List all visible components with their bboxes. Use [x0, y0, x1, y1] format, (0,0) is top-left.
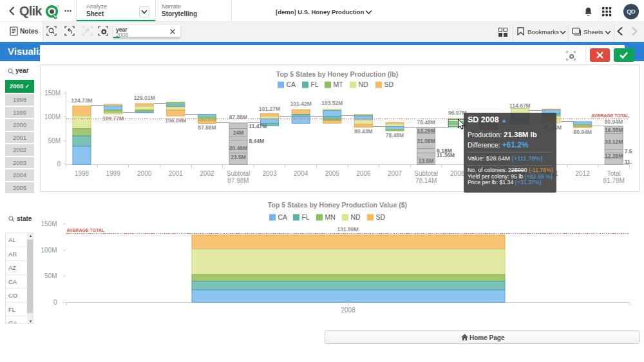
svg-text:13.26M: 13.26M [417, 127, 435, 133]
svg-text:0: 0 [53, 299, 57, 306]
svg-text:103.52M: 103.52M [321, 100, 343, 106]
svg-text:AVERAGE TOTAL: AVERAGE TOTAL [591, 113, 629, 118]
svg-text:2008: 2008 [341, 307, 355, 314]
svg-text:12.35M: 12.35M [605, 153, 623, 159]
svg-text:50M: 50M [48, 137, 61, 144]
svg-text:SD: SD [384, 81, 394, 88]
svg-text:24M: 24M [233, 129, 244, 136]
svg-text:87.88M: 87.88M [229, 114, 247, 120]
svg-text:ND: ND [359, 81, 369, 88]
svg-text:Subtotal: Subtotal [414, 170, 438, 177]
svg-text:2002: 2002 [200, 170, 214, 177]
svg-text:2012: 2012 [575, 170, 590, 177]
svg-text:2007: 2007 [388, 170, 402, 177]
svg-text:150M: 150M [44, 90, 61, 97]
svg-text:101.27M: 101.27M [259, 105, 280, 111]
svg-text:80.94M: 80.94M [605, 118, 623, 124]
svg-text:MN: MN [325, 213, 336, 221]
svg-text:78.48M: 78.48M [386, 131, 404, 138]
svg-text:131.99M: 131.99M [337, 226, 358, 233]
svg-text:78.48M: 78.48M [417, 119, 435, 125]
svg-text:13.6M: 13.6M [419, 158, 434, 164]
svg-text:114.67M: 114.67M [509, 102, 531, 108]
svg-text:Top 5 States by Honey Producti: Top 5 States by Honey Production (lb) [276, 70, 398, 78]
svg-text:Top 5 States by Honey Producti: Top 5 States by Honey Production Value (… [268, 201, 407, 209]
svg-text:87.88M: 87.88M [198, 124, 216, 130]
svg-text:31.08M: 31.08M [417, 137, 435, 144]
svg-text:101.42M: 101.42M [290, 100, 312, 107]
svg-text:1998: 1998 [75, 170, 90, 177]
svg-text:2006: 2006 [356, 170, 371, 177]
svg-text:16.38M: 16.38M [605, 126, 623, 133]
svg-text:2008: 2008 [450, 170, 465, 177]
svg-text:FL: FL [302, 213, 310, 221]
svg-text:2004: 2004 [294, 170, 308, 177]
svg-text:80.94M: 80.94M [573, 128, 591, 135]
svg-text:7.5: 7.5 [625, 148, 632, 154]
svg-text:CA: CA [278, 213, 288, 221]
svg-text:1999: 1999 [106, 170, 120, 177]
svg-text:ND: ND [351, 213, 361, 221]
svg-text:2003: 2003 [262, 170, 277, 177]
svg-text:2001: 2001 [169, 170, 184, 177]
svg-text:150M: 150M [41, 220, 57, 227]
svg-text:100M: 100M [44, 113, 61, 120]
svg-text:23.5M: 23.5M [231, 153, 246, 160]
svg-text:11.47M: 11.47M [249, 122, 267, 129]
svg-text:0: 0 [57, 160, 61, 167]
svg-text:20.46M: 20.46M [229, 144, 247, 151]
svg-text:78.14M: 78.14M [415, 177, 437, 184]
svg-text:106.09M: 106.09M [165, 117, 186, 123]
svg-text:124.73M: 124.73M [71, 97, 92, 104]
svg-text:AVERAGE TOTAL: AVERAGE TOTAL [67, 228, 105, 233]
svg-text:11.: 11. [625, 158, 632, 164]
svg-text:CA: CA [287, 81, 296, 88]
svg-text:Subtotal: Subtotal [227, 170, 251, 177]
svg-text:81.78M: 81.78M [603, 177, 625, 184]
svg-text:2000: 2000 [137, 170, 152, 177]
svg-text:SD: SD [376, 213, 386, 221]
svg-text:MT: MT [334, 81, 344, 88]
svg-text:11.36M: 11.36M [437, 152, 455, 158]
svg-text:87.98M: 87.98M [227, 177, 249, 184]
svg-text:33.12M: 33.12M [605, 138, 623, 144]
svg-text:FL: FL [311, 81, 319, 88]
svg-text:8.44M: 8.44M [249, 137, 265, 144]
svg-text:129.01M: 129.01M [134, 95, 155, 101]
svg-text:80.43M: 80.43M [354, 128, 372, 135]
svg-text:50M: 50M [44, 272, 57, 280]
svg-text:2005: 2005 [325, 170, 340, 177]
svg-text:Total: Total [607, 170, 621, 177]
svg-text:100M: 100M [41, 247, 57, 254]
